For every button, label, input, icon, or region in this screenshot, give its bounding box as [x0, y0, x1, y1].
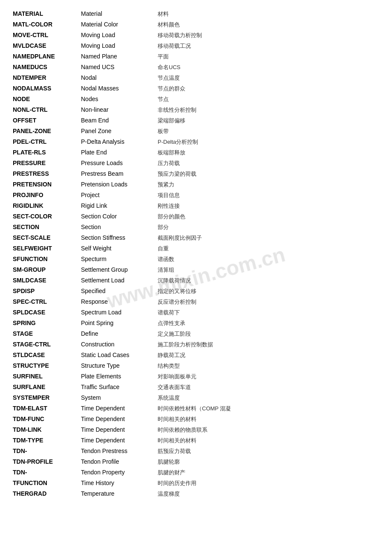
- key-cell: MATL-COLOR: [13, 20, 81, 29]
- key-cell: SPDISP: [13, 287, 81, 296]
- table-row: PROJINFOProject项目信息: [13, 190, 379, 200]
- table-row: TDN-Tendon Prestress筋预应力荷载: [13, 446, 379, 456]
- key-cell: PLATE-RLS: [13, 148, 81, 157]
- table-row: SPRINGPoint Spring点弹性支承: [13, 318, 379, 328]
- table-row: TDM-ELASTTime Dependent时间依赖性材料（COMP 混凝: [13, 403, 379, 414]
- zh-cell: 节点温度: [158, 74, 379, 82]
- table-row: SELFWEIGHTSelf Weight自重: [13, 243, 379, 254]
- table-row: MOVE-CTRLMoving Load移动荷载力析控制: [13, 30, 379, 41]
- key-cell: NAMEDPLANE: [13, 52, 81, 61]
- zh-cell: 板端部释放: [158, 148, 379, 157]
- key-cell: SURFLANE: [13, 383, 81, 392]
- key-cell: THERGRAD: [13, 489, 81, 498]
- key-cell: TDM-TYPE: [13, 436, 81, 445]
- en-cell: Static Load Cases: [81, 351, 158, 360]
- en-cell: Beam End: [81, 116, 158, 125]
- table-row: STAGEDefine定义施工阶段: [13, 328, 379, 339]
- table-row: NODALMASSNodal Masses节点的群众: [13, 83, 379, 94]
- table-row: PRETENSIONPretension Loads预紧力: [13, 179, 379, 190]
- zh-cell: 对影响面板单元: [158, 372, 379, 381]
- en-cell: Settlement Group: [81, 265, 158, 274]
- key-cell: SECTION: [13, 223, 81, 232]
- zh-cell: 反应谱分析控制: [158, 298, 379, 306]
- key-cell: TDM-ELAST: [13, 404, 81, 413]
- key-cell: NONL-CTRL: [13, 105, 81, 114]
- zh-cell: 温度梯度: [158, 490, 379, 498]
- zh-cell: 结构类型: [158, 362, 379, 370]
- key-cell: SYSTEMPER: [13, 393, 81, 402]
- en-cell: Material: [81, 9, 158, 18]
- table-row: MATL-COLORMaterial Color材料颜色: [13, 19, 379, 30]
- key-cell: PRESSURE: [13, 159, 81, 168]
- zh-cell: 预应力梁的荷载: [158, 170, 379, 178]
- zh-cell: P-Delta分析控制: [158, 138, 379, 146]
- en-cell: Plate End: [81, 148, 158, 157]
- zh-cell: 施工阶段力析控制数据: [158, 340, 379, 349]
- en-cell: Tendon Prestress: [81, 447, 158, 456]
- zh-cell: 压力荷载: [158, 159, 379, 168]
- key-cell: SECT-SCALE: [13, 233, 81, 242]
- zh-cell: 部分的颜色: [158, 212, 379, 221]
- zh-cell: 截面刚度比例因子: [158, 234, 379, 242]
- key-cell: PDEL-CTRL: [13, 137, 81, 146]
- key-cell: NODALMASS: [13, 84, 81, 93]
- zh-cell: 平面: [158, 52, 379, 61]
- zh-cell: 时间相关的材料: [158, 436, 379, 445]
- key-cell: MVLDCASE: [13, 41, 81, 50]
- key-cell: SELFWEIGHT: [13, 244, 81, 253]
- table-row: RIGIDLINKRigid Link刚性连接: [13, 200, 379, 211]
- en-cell: Rigid Link: [81, 201, 158, 210]
- key-cell: SECT-COLOR: [13, 212, 81, 221]
- table-row: OFFSETBeam End梁端部偏移: [13, 115, 379, 126]
- en-cell: Time History: [81, 479, 158, 488]
- table-row: TFUNCTIONTime History时间的历史作用: [13, 478, 379, 488]
- zh-cell: 板带: [158, 127, 379, 136]
- zh-cell: 肌腱轮廓: [158, 458, 379, 466]
- table-row: NDTEMPERNodal节点温度: [13, 73, 379, 83]
- en-cell: P-Delta Analysis: [81, 137, 158, 146]
- key-cell: TDM-LINK: [13, 425, 81, 434]
- zh-cell: 节点: [158, 95, 379, 104]
- zh-cell: 谱载荷下: [158, 308, 379, 317]
- en-cell: Pretension Loads: [81, 180, 158, 189]
- en-cell: Nodal Masses: [81, 84, 158, 93]
- zh-cell: 梁端部偏移: [158, 116, 379, 125]
- en-cell: Specified: [81, 287, 158, 296]
- en-cell: Time Dependent: [81, 404, 158, 413]
- table-row: SECTIONSection部分: [13, 222, 379, 232]
- key-cell: SPEC-CTRL: [13, 297, 81, 306]
- zh-cell: 时间依赖的物质联系: [158, 426, 379, 434]
- table-row: SMLDCASESettlement Load沉降载荷情况: [13, 275, 379, 286]
- table-row: SURFINELPlate Elements对影响面板单元: [13, 371, 379, 382]
- key-cell: NDTEMPER: [13, 73, 81, 82]
- table-row: SECT-SCALESection Stiffness截面刚度比例因子: [13, 232, 379, 243]
- zh-cell: 定义施工阶段: [158, 330, 379, 338]
- en-cell: Plate Elements: [81, 372, 158, 381]
- en-cell: Project: [81, 191, 158, 200]
- en-cell: Settlement Load: [81, 276, 158, 285]
- table-row: PDEL-CTRLP-Delta AnalysisP-Delta分析控制: [13, 137, 379, 147]
- zh-cell: 自重: [158, 244, 379, 253]
- zh-cell: 谱函数: [158, 255, 379, 264]
- key-cell: SURFINEL: [13, 372, 81, 381]
- key-cell: TDN-: [13, 447, 81, 456]
- table-row: SECT-COLORSection Color部分的颜色: [13, 211, 379, 222]
- key-cell: TDN-: [13, 468, 81, 477]
- key-cell: STLDCASE: [13, 351, 81, 360]
- zh-cell: 点弹性支承: [158, 319, 379, 328]
- key-cell: NODE: [13, 95, 81, 104]
- en-cell: Tendon Property: [81, 468, 158, 477]
- zh-cell: 材料: [158, 10, 379, 18]
- table-row: SPLDCASESpectrum Load谱载荷下: [13, 307, 379, 318]
- key-cell: PRESTRESS: [13, 169, 81, 178]
- table-row: SPDISPSpecified指定的又将位移: [13, 286, 379, 296]
- table-row: SYSTEMPERSystem系统温度: [13, 392, 379, 403]
- en-cell: Material Color: [81, 20, 158, 29]
- table-row: NAMEDPLANENamed Plane平面: [13, 51, 379, 62]
- table-row: PRESSUREPressure Loads压力荷载: [13, 158, 379, 169]
- zh-cell: 项目信息: [158, 191, 379, 200]
- zh-cell: 交通表面车道: [158, 383, 379, 392]
- en-cell: Moving Load: [81, 41, 158, 50]
- en-cell: System: [81, 393, 158, 402]
- en-cell: Self Weight: [81, 244, 158, 253]
